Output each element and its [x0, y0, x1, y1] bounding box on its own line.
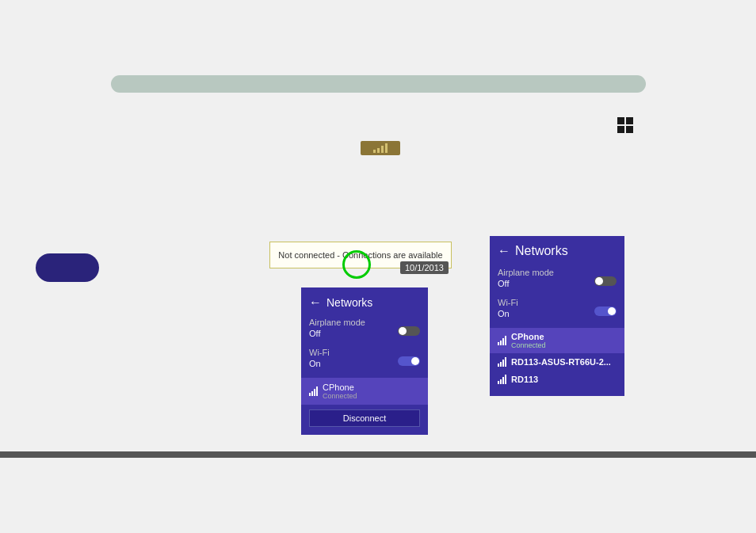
- airplane-mode-row-small: Airplane mode Off: [309, 318, 420, 345]
- wifi-signal-icon-cphone: [498, 336, 506, 345]
- panel-header-small: ← Networks: [309, 295, 420, 310]
- panel-title-small: Networks: [326, 296, 372, 309]
- wifi-signal-icon-asus: [498, 357, 506, 367]
- wifi-toggle-small[interactable]: [398, 356, 420, 366]
- back-arrow-icon-large[interactable]: ←: [498, 244, 510, 258]
- network-item-rd113[interactable]: RD113: [498, 371, 617, 388]
- connected-network-info-small: CPhone Connected: [323, 383, 357, 400]
- wifi-signal-icon-small: [309, 386, 318, 396]
- back-arrow-icon-small[interactable]: ←: [309, 295, 322, 310]
- network-taskbar-icon[interactable]: [361, 141, 400, 155]
- network-item-asus[interactable]: RD113-ASUS-RT66U-2...: [498, 353, 617, 371]
- airplane-mode-label-large: Airplane mode Off: [498, 268, 554, 295]
- date-display: 10/1/2013: [400, 261, 449, 274]
- wifi-toggle-large[interactable]: [594, 306, 617, 316]
- network-info-asus: RD113-ASUS-RT66U-2...: [511, 357, 611, 367]
- windows-logo-icon: [617, 117, 633, 133]
- network-item-cphone[interactable]: CPhone Connected: [490, 328, 624, 353]
- panel-title-large: Networks: [515, 244, 568, 258]
- wifi-row-large: Wi-Fi On: [498, 298, 617, 325]
- airplane-mode-toggle-large[interactable]: [594, 276, 617, 286]
- airplane-mode-label-small: Airplane mode Off: [309, 318, 365, 345]
- disconnect-button[interactable]: Disconnect: [309, 409, 420, 427]
- top-bar: [111, 75, 646, 93]
- circle-highlight-icon: [342, 250, 371, 279]
- networks-panel-large: ← Networks Airplane mode Off Wi-Fi On CP…: [490, 236, 624, 396]
- wifi-label-small: Wi-Fi On: [309, 348, 330, 375]
- bottom-bar: [0, 451, 756, 458]
- wifi-signal-icon-rd113: [498, 375, 506, 384]
- oval-button[interactable]: [36, 253, 99, 282]
- airplane-mode-toggle-small[interactable]: [398, 326, 420, 336]
- airplane-mode-row-large: Airplane mode Off: [498, 268, 617, 295]
- panel-header-large: ← Networks: [498, 244, 617, 258]
- network-info-cphone: CPhone Connected: [511, 332, 546, 349]
- network-info-rd113: RD113: [511, 375, 538, 384]
- wifi-label-large: Wi-Fi On: [498, 298, 518, 325]
- wifi-row-small: Wi-Fi On: [309, 348, 420, 375]
- networks-panel-small: ← Networks Airplane mode Off Wi-Fi On CP…: [301, 287, 428, 435]
- connected-network-row-small[interactable]: CPhone Connected: [301, 378, 428, 405]
